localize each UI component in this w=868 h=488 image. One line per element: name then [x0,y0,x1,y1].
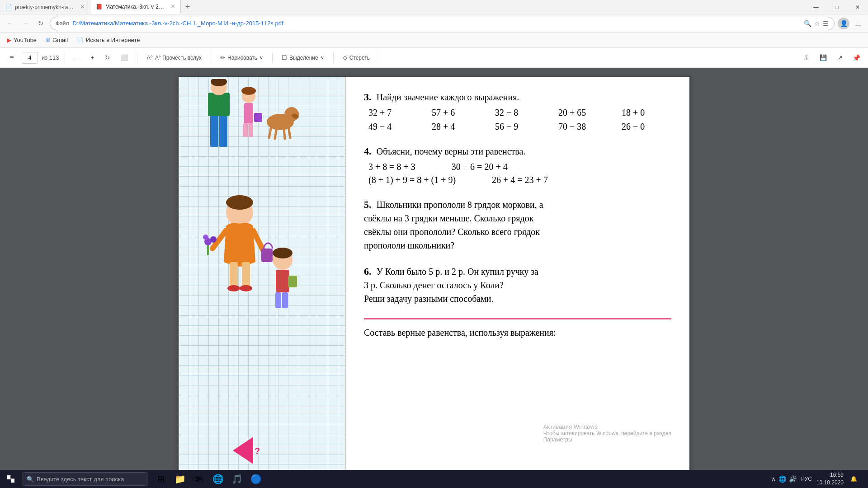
task-5-block: 5. Школьники пропололи 8 грядок моркови,… [364,198,671,252]
pdf-erase[interactable]: ◇ Стереть [339,52,373,64]
task3-row2: 49 − 4 28 + 4 56 − 9 70 − 38 26 − 0 [364,122,671,132]
pdf-pin[interactable]: 📌 [850,52,863,64]
pdf-save[interactable]: 💾 [816,52,830,64]
task4-eq-right1: 30 − 6 = 20 + 4 [452,162,508,172]
tray-sound-icon[interactable]: 🔊 [789,475,797,483]
taskbar-search[interactable]: 🔍 Введите здесь текст для поиска [22,472,148,486]
navbar: ← → ↻ Файл D:/Математика/Математика.-3кл… [0,14,868,33]
maximize-button[interactable]: □ [826,0,847,14]
taskbar-app-fileexplorer[interactable]: 📁 [171,470,189,488]
zoom-icon[interactable]: 🔍 [804,20,811,27]
tab1-close[interactable]: ✕ [80,4,85,10]
taskbar-app-edge[interactable]: 🌐 [209,470,227,488]
task6-number: 6. [364,266,372,277]
task4-title: Объясни, почему верны эти равенства. [377,146,526,156]
taskbar-tray: ∧ 🌐 🔊 РУС 16:59 10.10.2020 🔔 [771,470,866,488]
pdf-viewer: ? 3. Найди значение каждого выражения. 3… [0,68,868,470]
taskbar-app-chrome[interactable]: 🔵 [247,470,265,488]
task5-text: Школьники пропололи 8 грядок моркови, а … [364,200,543,250]
taskbar-app-media[interactable]: 🎵 [228,470,246,488]
start-button[interactable] [2,470,20,488]
read-aloud-icon: A° [146,54,153,61]
bookmark-search-label: Искать в Интернете [86,37,140,43]
taskbar-app-store[interactable]: 🛍 [190,470,208,488]
pdf-menu-button[interactable]: ≡ [5,52,18,64]
pdf-zoom-plus[interactable]: + [87,52,98,64]
minimize-button[interactable]: — [806,0,826,14]
bookmarks-bar: ▶ YouTube ✉ Gmail 📄 Искать в Интернете [0,33,868,48]
svg-rect-2 [208,93,230,116]
clock-time: 16:59 [816,471,844,479]
pdf-zoom-minus[interactable]: — [71,52,84,64]
address-bar[interactable]: Файл D:/Математика/Математика.-3кл.-v-2c… [50,17,835,30]
task3-expr10: 26 − 0 [622,122,662,132]
question-arrow: ? [233,437,260,465]
store-icon: 🛍 [194,474,203,484]
dog-figure [267,107,299,139]
new-tab-button[interactable]: + [181,2,195,12]
taskbar-search-icon: 🔍 [27,476,34,483]
svg-line-14 [269,127,271,138]
tray-up-arrow[interactable]: ∧ [771,475,776,483]
bookmark-gmail-label: Gmail [52,37,68,43]
task3-expr9: 70 − 38 [558,122,599,132]
print-icon: 🖨 [803,54,809,61]
bookmark-youtube[interactable]: ▶ YouTube [5,36,38,44]
tab-2[interactable]: 📕 Математика.-3кл.-v-2ch.-CH.1._M ✕ [90,0,181,14]
pdf-page-input[interactable] [22,52,38,64]
task3-expr8: 56 − 9 [495,122,536,132]
fileexplorer-icon: 📁 [175,474,186,484]
tab1-favicon: 📄 [5,4,12,10]
star-icon[interactable]: ☆ [814,20,820,27]
refresh-button[interactable]: ↻ [34,17,47,30]
collections-icon[interactable]: ☰ [823,20,829,27]
media-icon: 🎵 [231,474,243,484]
taskbar-app-taskview[interactable]: ⊞ [152,470,170,488]
close-button[interactable]: ✕ [847,0,868,14]
svg-rect-34 [275,292,281,308]
pdf-fit[interactable]: ⬜ [117,52,132,64]
notification-icon: 🔔 [850,476,857,482]
task3-expr4: 20 + 65 [558,108,599,118]
taskbar-language[interactable]: РУС [799,476,814,482]
pdf-illustration-area: ? [179,77,346,470]
youtube-icon: ▶ [7,37,11,43]
draw-icon: ✏ [220,54,225,61]
taskbar-clock[interactable]: 16:59 10.10.2020 [816,471,844,487]
pdf-rotate[interactable]: ↻ [101,52,113,64]
forward-button[interactable]: → [19,17,32,30]
tabs-container: 📄 proekty-primernykh-rabochikh- ✕ 📕 Мате… [0,0,195,14]
task4-eq-row1: 3 + 8 = 8 + 3 30 − 6 = 20 + 4 [368,162,671,172]
address-right-icons: 🔍 ☆ ☰ [804,20,829,27]
user-avatar[interactable]: 👤 [838,18,849,29]
task3-row1: 32 + 7 57 + 6 32 − 8 20 + 65 18 + 0 [364,108,671,118]
profile-button[interactable]: 👤 [837,17,850,30]
windows-icon [7,475,14,483]
pdf-convert[interactable]: ↗ [834,52,846,64]
draw-chevron[interactable]: ∨ [259,55,263,61]
tab-1[interactable]: 📄 proekty-primernykh-rabochikh- ✕ [0,0,90,14]
fit-icon: ⬜ [121,54,128,61]
bookmark-gmail[interactable]: ✉ Gmail [44,36,70,44]
task5-number: 5. [364,199,372,210]
pdf-draw[interactable]: ✏ Нарисовать ∨ [217,52,267,64]
bookmark-search[interactable]: 📄 Искать в Интернете [75,36,142,44]
more-button[interactable]: … [852,17,864,30]
tab2-label: Математика.-3кл.-v-2ch.-CH.1._M [105,4,165,10]
tray-network-icon[interactable]: 🌐 [778,475,786,483]
tab2-close[interactable]: ✕ [171,4,175,9]
pdf-print[interactable]: 🖨 [799,52,812,64]
pink-separator [364,318,671,319]
back-button[interactable]: ← [4,17,16,30]
notification-button[interactable]: 🔔 [846,470,861,488]
select-chevron[interactable]: ∨ [321,55,324,61]
task4-eq-right2: 26 + 4 = 23 + 7 [492,175,548,185]
taskbar-apps: ⊞ 📁 🛍 🌐 🎵 🔵 [152,470,265,488]
pdf-select[interactable]: ☐ Выделение ∨ [278,52,328,64]
pdf-read-aloud[interactable]: A° А° Прочесть вслух [143,52,205,64]
svg-point-24 [227,285,240,291]
clock-date: 10.10.2020 [816,479,844,487]
svg-text:?: ? [255,446,260,456]
edge-icon: 🌐 [212,474,224,484]
svg-point-32 [273,248,292,258]
